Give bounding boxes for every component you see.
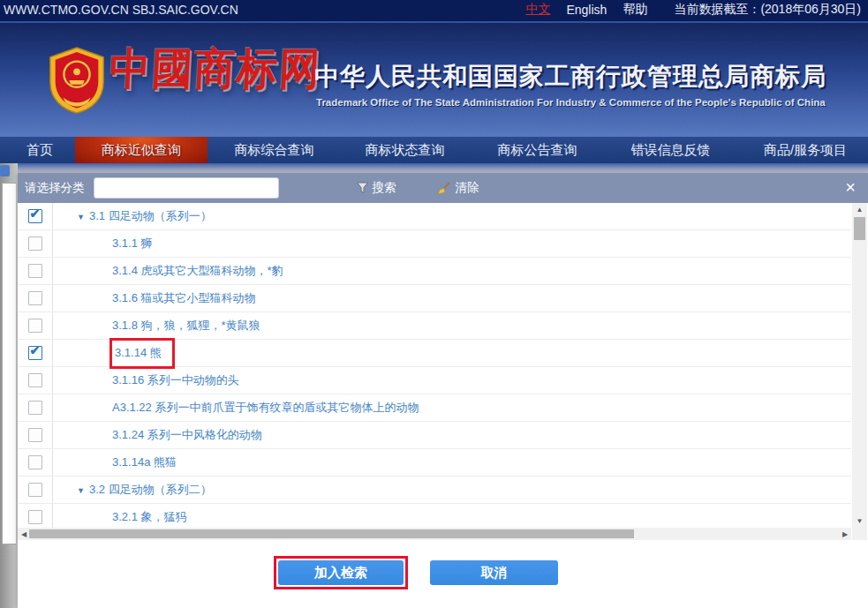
page-background-panel [2, 183, 16, 544]
row-content: 3.1.24 系列一中风格化的动物 [53, 422, 851, 448]
site-urls: WWW.CTMO.GOV.CN SBJ.SAIC.GOV.CN [4, 3, 238, 17]
national-emblem-logo [46, 46, 108, 115]
category-link[interactable]: 3.1.6 猫或其它小型猫科动物 [112, 290, 256, 306]
list-item: 3.2.1 象，猛犸 [18, 504, 851, 528]
row-content: ▼ 3.2 四足动物（系列二） [53, 477, 851, 503]
row-content: A3.1.22 系列一中前爪置于饰有纹章的盾或其它物体上的动物 [53, 394, 851, 421]
row-checkbox[interactable] [28, 319, 42, 333]
site-name-calligraphy: 中國商标网 [108, 41, 323, 100]
vertical-scroll-thumb[interactable] [854, 217, 865, 240]
category-link[interactable]: 3.1.8 狗，狼，狐狸，*黄鼠狼 [112, 318, 260, 334]
checkbox-cell [18, 203, 53, 229]
category-link[interactable]: A3.1.22 系列一中前爪置于饰有纹章的盾或其它物体上的动物 [112, 400, 419, 416]
row-content: 3.2.1 象，猛犸 [53, 504, 851, 528]
row-content: 3.1.14a 熊猫 [53, 449, 851, 476]
row-checkbox[interactable] [28, 346, 42, 360]
checkbox-cell [18, 367, 53, 394]
row-checkbox[interactable] [28, 291, 42, 305]
filter-funnel-icon [357, 182, 368, 194]
search-button[interactable]: 搜索 [357, 180, 396, 196]
checkbox-cell [18, 449, 53, 476]
nav-item-1[interactable]: 商标近似查询 [75, 137, 208, 163]
category-link[interactable]: 3.1 四足动物（系列一） [89, 208, 212, 224]
scroll-right-icon[interactable]: ▶ [840, 530, 850, 538]
category-link[interactable]: 3.1.24 系列一中风格化的动物 [112, 427, 262, 443]
top-utility-bar: WWW.CTMO.GOV.CN SBJ.SAIC.GOV.CN 中文 Engli… [0, 0, 868, 23]
list-item: A3.1.22 系列一中前爪置于饰有纹章的盾或其它物体上的动物 [18, 394, 851, 422]
category-link[interactable]: 3.1.4 虎或其它大型猫科动物，*豹 [112, 263, 283, 279]
row-checkbox[interactable] [28, 510, 42, 524]
row-checkbox[interactable] [28, 264, 42, 278]
language-chinese-link[interactable]: 中文 [525, 2, 550, 18]
list-item: 3.1.4 虎或其它大型猫科动物，*豹 [18, 258, 851, 285]
row-content: ▼ 3.1 四足动物（系列一） [53, 203, 851, 229]
page-background-strip [0, 163, 868, 173]
dialog-header: 请选择分类 搜索 清除 × [18, 173, 868, 203]
expand-triangle-icon[interactable]: ▼ [77, 213, 89, 221]
list-item: 3.1.14a 熊猫 [18, 449, 851, 477]
category-list: ▼ 3.1 四足动物（系列一） 3.1.1 狮 [18, 203, 851, 528]
row-content: 3.1.16 系列一中动物的头 [53, 367, 851, 394]
add-to-search-button[interactable]: 加入检索 [278, 560, 404, 585]
nav-item-4[interactable]: 商标公告查询 [491, 137, 584, 163]
help-link[interactable]: 帮助 [623, 2, 647, 18]
horizontal-scrollbar[interactable]: ◀ ▶ [18, 528, 851, 540]
category-link[interactable]: 3.2.1 象，猛犸 [112, 509, 187, 525]
close-icon[interactable]: × [845, 176, 856, 198]
organization-subtitle-en: Trademark Office of The State Administra… [316, 97, 826, 108]
horizontal-scroll-thumb[interactable] [29, 529, 634, 538]
clear-button[interactable]: 清除 [437, 180, 479, 196]
clear-button-label: 清除 [456, 180, 479, 196]
search-button-label: 搜索 [373, 180, 396, 196]
checkbox-cell [18, 394, 53, 421]
organization-title: 中华人民共和国国家工商行政管理总局商标局 [314, 60, 826, 94]
category-select-label: 请选择分类 [25, 180, 85, 196]
row-checkbox[interactable] [28, 373, 42, 387]
nav-item-3[interactable]: 商标状态查询 [359, 137, 451, 163]
category-link[interactable]: 3.1.16 系列一中动物的头 [112, 372, 239, 388]
scroll-down-icon[interactable]: ▼ [852, 517, 867, 525]
expand-triangle-icon[interactable]: ▼ [77, 486, 89, 495]
scroll-up-icon[interactable]: ▲ [852, 206, 867, 214]
row-checkbox[interactable] [28, 455, 42, 469]
row-content: 3.1.6 猫或其它小型猫科动物 [53, 285, 851, 312]
category-picker-dialog: 请选择分类 搜索 清除 × [18, 173, 868, 608]
list-item: 3.1.24 系列一中风格化的动物 [18, 422, 851, 449]
list-item: 3.1.1 狮 [18, 230, 851, 258]
nav-item-2[interactable]: 商标综合查询 [228, 137, 321, 163]
nav-item-6[interactable]: 商品/服务项目 [757, 137, 854, 163]
category-search-input[interactable] [94, 177, 279, 199]
page-background-fragment [0, 165, 10, 176]
row-checkbox[interactable] [28, 236, 42, 251]
cancel-button[interactable]: 取消 [430, 560, 558, 585]
category-link[interactable]: 3.2 四足动物（系列二） [89, 482, 212, 498]
nav-item-5[interactable]: 错误信息反馈 [624, 137, 717, 163]
page: WWW.CTMO.GOV.CN SBJ.SAIC.GOV.CN 中文 Engli… [0, 0, 868, 608]
row-checkbox[interactable] [28, 483, 42, 497]
vertical-scrollbar[interactable]: ▲ ▼ [852, 203, 867, 528]
category-link[interactable]: 3.1.14 熊 [109, 338, 175, 369]
nav-item-0[interactable]: 首页 [22, 137, 57, 163]
add-button-annotation-box: 加入检索 [274, 556, 408, 589]
row-content: 3.1.8 狗，狼，狐狸，*黄鼠狼 [53, 312, 851, 339]
checkbox-cell [18, 422, 53, 448]
row-content: 3.1.4 虎或其它大型猫科动物，*豹 [53, 258, 851, 284]
list-item: 3.1.6 猫或其它小型猫科动物 [18, 285, 851, 312]
scrollbar-corner [852, 528, 867, 540]
row-checkbox[interactable] [28, 428, 42, 442]
language-english-link[interactable]: English [566, 3, 607, 17]
row-checkbox[interactable] [28, 401, 42, 415]
row-content: 3.1.14 熊 [53, 340, 851, 366]
checkbox-cell [18, 477, 53, 503]
scroll-left-icon[interactable]: ◀ [19, 530, 29, 538]
main-nav: 首页商标近似查询商标综合查询商标状态查询商标公告查询错误信息反馈商品/服务项目 [0, 137, 868, 163]
category-link[interactable]: 3.1.1 狮 [112, 236, 153, 251]
list-item: 3.1.16 系列一中动物的头 [18, 367, 851, 394]
checkbox-cell [18, 312, 53, 339]
list-item: 3.1.14 熊 [18, 340, 851, 367]
row-checkbox[interactable] [28, 209, 42, 223]
list-item: ▼ 3.1 四足动物（系列一） [18, 203, 851, 230]
checkbox-cell [18, 504, 53, 528]
category-link[interactable]: 3.1.14a 熊猫 [112, 454, 177, 470]
site-banner: 中國商标网 中华人民共和国国家工商行政管理总局商标局 Trademark Off… [0, 23, 868, 137]
